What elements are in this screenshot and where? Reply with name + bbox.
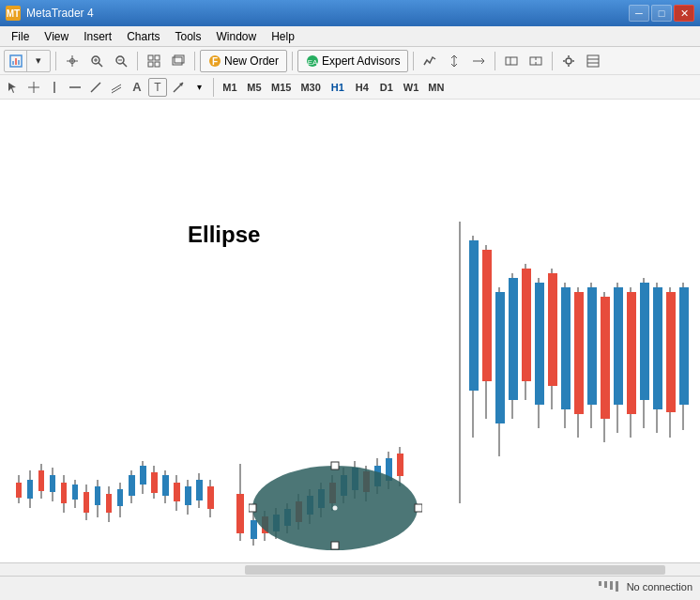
title-bar-left: MT MetaTrader 4 [6, 6, 94, 21]
svg-rect-84 [207, 486, 214, 509]
svg-point-30 [566, 58, 571, 64]
timeframe-d1[interactable]: D1 [375, 78, 398, 97]
chart-scroll-button[interactable] [443, 50, 465, 72]
svg-rect-133 [574, 292, 584, 414]
vertical-line-tool[interactable] [45, 78, 64, 97]
svg-rect-143 [640, 283, 649, 400]
ellipse-shape[interactable] [249, 456, 422, 550]
timeframe-h1[interactable]: H1 [327, 78, 349, 97]
indicators-button[interactable] [418, 50, 441, 72]
svg-rect-117 [469, 240, 479, 391]
new-order-label: New Order [224, 54, 279, 68]
timeframe-mn[interactable]: MN [424, 78, 448, 97]
svg-rect-72 [140, 466, 146, 485]
text-label-tool[interactable]: T [148, 78, 167, 97]
svg-line-12 [123, 63, 127, 67]
menu-view[interactable]: View [37, 28, 76, 45]
arrow-down-button[interactable]: ▾ [27, 50, 50, 72]
horizontal-line-tool[interactable] [66, 78, 84, 97]
svg-rect-50 [16, 483, 22, 498]
menu-window[interactable]: Window [209, 28, 265, 45]
menu-insert[interactable]: Insert [76, 28, 119, 45]
svg-rect-119 [482, 250, 492, 381]
svg-rect-125 [522, 269, 531, 381]
status-bar: No connection [0, 576, 700, 596]
svg-rect-141 [627, 292, 636, 414]
svg-rect-80 [185, 486, 191, 505]
horizontal-scrollbar[interactable] [0, 562, 700, 576]
svg-rect-54 [38, 470, 44, 491]
timeframe-m30[interactable]: M30 [297, 78, 324, 97]
sep3 [194, 52, 195, 70]
auto-scroll-button[interactable] [467, 50, 490, 72]
cursor-tool[interactable] [4, 78, 23, 97]
scrollbar-thumb[interactable] [245, 565, 665, 575]
timeframe-h4[interactable]: H4 [351, 78, 373, 97]
zoom-chart-out-button[interactable] [525, 50, 547, 72]
svg-rect-16 [148, 62, 153, 67]
zoom-out-button[interactable] [110, 50, 132, 72]
svg-line-43 [91, 83, 100, 92]
svg-rect-135 [587, 287, 597, 405]
crosshair-button[interactable] [61, 50, 84, 72]
title-bar: MT MetaTrader 4 ─ □ ✕ [0, 0, 700, 26]
menu-bar: File View Insert Charts Tools Window Hel… [0, 26, 700, 47]
menu-tools[interactable]: Tools [168, 28, 209, 45]
close-button[interactable]: ✕ [674, 5, 694, 22]
svg-rect-78 [174, 483, 180, 501]
arrow-tool[interactable] [169, 78, 188, 97]
toolbar2: A T ▾ M1 M5 M15 M30 H1 H4 D1 W1 MN [0, 75, 700, 100]
minimize-button[interactable]: ─ [629, 5, 649, 22]
svg-rect-68 [117, 489, 123, 506]
timeframe-m15[interactable]: M15 [267, 78, 295, 97]
menu-help[interactable]: Help [264, 28, 302, 45]
svg-rect-152 [331, 462, 339, 469]
menu-file[interactable]: File [4, 28, 37, 45]
template-button[interactable] [582, 50, 604, 72]
svg-rect-62 [84, 492, 89, 513]
zoom-in-button[interactable] [85, 50, 108, 72]
svg-rect-139 [614, 287, 623, 405]
svg-rect-60 [72, 485, 78, 500]
svg-rect-74 [151, 472, 158, 493]
toolbar1: ▾ F New Order EA Expert Advisors [0, 47, 700, 75]
new-order-button[interactable]: F New Order [200, 50, 287, 72]
cascade-button[interactable] [167, 50, 190, 72]
svg-rect-123 [509, 278, 518, 400]
ellipse-label: Ellipse [188, 222, 260, 248]
channel-tool[interactable] [107, 78, 126, 97]
svg-rect-64 [95, 486, 100, 505]
menu-charts[interactable]: Charts [119, 28, 167, 45]
svg-rect-155 [415, 504, 422, 512]
svg-rect-127 [535, 283, 544, 405]
new-chart-button[interactable] [5, 50, 27, 72]
expert-advisors-button[interactable]: EA Expert Advisors [297, 50, 408, 72]
timeframe-m1[interactable]: M1 [219, 78, 241, 97]
chart-area: Ellipse [0, 100, 700, 562]
svg-rect-15 [155, 55, 160, 60]
svg-rect-129 [548, 273, 557, 386]
svg-text:EA: EA [308, 58, 318, 67]
sep5 [413, 52, 414, 70]
zoom-chart-in-button[interactable] [500, 50, 523, 72]
svg-rect-153 [331, 542, 339, 549]
properties-button[interactable] [557, 50, 580, 72]
maximize-button[interactable]: □ [651, 5, 672, 22]
more-tools-button[interactable]: ▾ [190, 78, 208, 97]
app-icon: MT [6, 6, 21, 21]
svg-text:F: F [212, 56, 218, 67]
svg-rect-56 [50, 475, 55, 492]
crosshair-tool[interactable] [24, 78, 43, 97]
timeframe-m5[interactable]: M5 [243, 78, 266, 97]
tile-button[interactable] [143, 50, 165, 72]
svg-rect-86 [236, 494, 244, 533]
connection-status: No connection [627, 581, 692, 592]
svg-rect-145 [653, 287, 662, 409]
sep7 [552, 52, 553, 70]
timeframe-w1[interactable]: W1 [400, 78, 423, 97]
trendline-tool[interactable] [86, 78, 105, 97]
sep6 [495, 52, 495, 70]
svg-rect-70 [129, 475, 135, 496]
svg-rect-147 [666, 292, 676, 412]
text-tool[interactable]: A [128, 78, 146, 97]
